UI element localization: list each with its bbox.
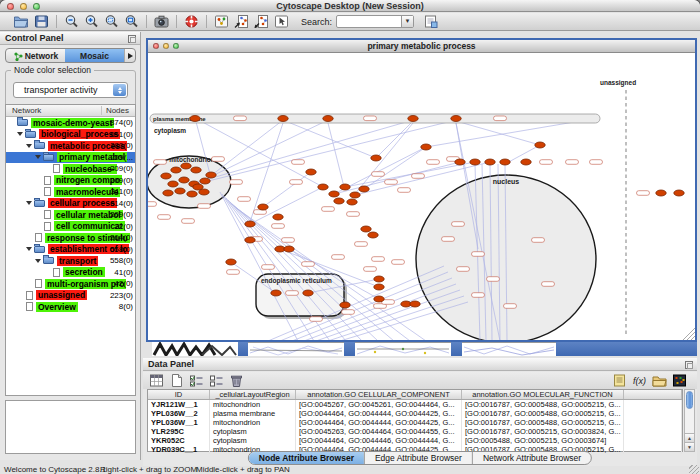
tree-item-overview[interactable]: Overview8(0) <box>6 301 135 313</box>
tree-item-transport[interactable]: transport558(0) <box>6 255 135 267</box>
network-node[interactable] <box>163 190 173 196</box>
tab-network-attribute-browser[interactable]: Network Attribute Browser <box>473 452 591 464</box>
table-row[interactable]: YJR121W__1mitochondrion[GO:0045267, GO:0… <box>148 400 682 409</box>
network-node[interactable] <box>485 159 495 165</box>
tab-node-attribute-browser[interactable]: Node Attribute Browser <box>249 452 365 464</box>
expand-arrow-icon[interactable] <box>35 259 41 263</box>
network-node[interactable] <box>374 296 384 302</box>
network-node[interactable] <box>245 221 255 227</box>
background-window-edge[interactable] <box>238 342 248 356</box>
tree-item-macromolecule[interactable]: macromolecule311(0) <box>6 186 135 198</box>
zoom-fit-icon[interactable] <box>123 14 140 29</box>
tab-mosaic[interactable]: Mosaic <box>65 49 124 62</box>
table-cell[interactable]: [GO:0044464, GO:0044444, GO:0044425, G..… <box>296 409 462 418</box>
select-attributes-icon[interactable] <box>188 373 205 388</box>
column-header--cellularlayoutregion[interactable]: _cellularLayoutRegion <box>210 390 296 399</box>
table-cell[interactable]: [GO:0005488, GO:0005215, GO:0003674] <box>462 436 624 445</box>
network-node[interactable] <box>306 169 316 175</box>
zoom-in-icon[interactable] <box>83 14 100 29</box>
table-cell[interactable]: [GO:0016787, GO:0005488, GO:0005215, G..… <box>462 400 624 409</box>
network-node[interactable] <box>329 191 339 197</box>
expand-arrow-icon[interactable] <box>26 247 32 251</box>
background-window-titlebar[interactable] <box>556 342 697 356</box>
float-panel-icon[interactable] <box>685 361 693 369</box>
network-node[interactable] <box>334 198 344 204</box>
network-node[interactable] <box>179 177 189 183</box>
tree-item-biological-process[interactable]: biological_process651(0) <box>6 129 135 141</box>
table-cell[interactable] <box>624 445 682 454</box>
delete-attribute-icon[interactable] <box>228 373 245 388</box>
table-cell[interactable] <box>624 427 682 436</box>
table-cell[interactable] <box>624 400 682 409</box>
network-node[interactable] <box>245 237 255 243</box>
function-builder-icon[interactable]: f(x) <box>631 373 648 388</box>
network-node[interactable] <box>656 190 666 196</box>
table-cell[interactable]: [GO:0044464, GO:0044444, GO:0044425, G..… <box>296 418 462 427</box>
tree-item-cell-communicat[interactable]: cell communicat22(0) <box>6 221 135 233</box>
table-cell[interactable]: YDR039C__1 <box>148 445 210 454</box>
network-node[interactable] <box>271 290 281 296</box>
table-cell[interactable]: [GO:0044464, GO:0044446, GO:0044444, G..… <box>296 436 462 445</box>
zoom-out-icon[interactable] <box>63 14 80 29</box>
network-node[interactable] <box>187 191 197 197</box>
network-node[interactable] <box>318 184 328 190</box>
table-scrollbar[interactable]: ▲ ▼ <box>684 389 695 452</box>
attribute-report-icon[interactable] <box>611 373 628 388</box>
tree-item-multi-organism-pro[interactable]: multi-organism pro42(0) <box>6 278 135 290</box>
select-mode-icon[interactable] <box>273 14 290 29</box>
network-node[interactable] <box>190 116 200 122</box>
tree-item-nitrogen-compo[interactable]: nitrogen compo209(0) <box>6 175 135 187</box>
open-icon[interactable] <box>13 14 30 29</box>
tree-item-primary-metabol[interactable]: primary metabol209(... <box>6 152 135 164</box>
network-node[interactable] <box>200 178 210 184</box>
expand-arrow-icon[interactable] <box>26 144 32 148</box>
network-node[interactable] <box>455 159 465 165</box>
network-node[interactable] <box>470 159 480 165</box>
table-cell[interactable]: plasma membrane <box>210 409 296 418</box>
unselect-attributes-icon[interactable] <box>208 373 225 388</box>
table-cell[interactable] <box>624 418 682 427</box>
view-zoom-button[interactable] <box>173 43 179 49</box>
table-cell[interactable]: cytoplasm <box>210 427 296 436</box>
table-cell[interactable]: [GO:0016787, GO:0005488, GO:0005215, G..… <box>462 418 624 427</box>
scroll-up-icon[interactable]: ▲ <box>685 433 694 442</box>
network-node[interactable] <box>323 116 333 122</box>
tree-column-nodes[interactable]: Nodes <box>101 106 129 115</box>
zoom-selected-icon[interactable] <box>103 14 120 29</box>
tab-edge-attribute-browser[interactable]: Edge Attribute Browser <box>365 452 473 464</box>
export-network-icon[interactable] <box>253 14 270 29</box>
tree-item-metabolic-process[interactable]: metabolic process280(0) <box>6 140 135 152</box>
search-input[interactable] <box>339 16 400 27</box>
network-node[interactable] <box>451 116 461 122</box>
tabs-overflow-arrow-icon[interactable] <box>124 49 135 62</box>
table-row[interactable]: YPL036W__2plasma membrane[GO:0044464, GO… <box>148 409 682 418</box>
network-node[interactable] <box>350 192 360 198</box>
network-node[interactable] <box>284 246 294 252</box>
column-header-empty[interactable] <box>624 390 682 399</box>
tree-item-cellular-metabol[interactable]: cellular metabol209(0) <box>6 209 135 221</box>
network-node[interactable] <box>410 301 420 307</box>
tree-item-unassigned[interactable]: unassigned223(0) <box>6 290 135 302</box>
tree-item-establishment-of-lo[interactable]: establishment of lo558(0) <box>6 244 135 256</box>
network-canvas[interactable]: plasma membranecytoplasmunassignedmitoch… <box>148 54 695 340</box>
column-header-annotation-go-cellular-component[interactable]: annotation.GO CELLULAR_COMPONENT <box>296 390 462 399</box>
float-panel-icon[interactable] <box>128 35 136 43</box>
select-all-icon[interactable] <box>148 373 165 388</box>
network-view-titlebar[interactable]: primary metabolic process <box>148 40 695 53</box>
expand-arrow-icon[interactable] <box>17 132 23 136</box>
network-node[interactable] <box>226 259 236 265</box>
network-node[interactable] <box>374 284 384 290</box>
network-node[interactable] <box>206 172 216 178</box>
search-dropdown-arrow[interactable]: ▼ <box>401 16 413 27</box>
save-icon[interactable] <box>33 14 50 29</box>
column-header-id[interactable]: ID <box>148 390 210 399</box>
network-node[interactable] <box>674 190 684 196</box>
network-node[interactable] <box>368 232 378 238</box>
network-node[interactable] <box>258 204 268 210</box>
table-cell[interactable]: mitochondrion <box>210 400 296 409</box>
annotation-icon[interactable] <box>422 14 439 29</box>
background-window-thumbnail[interactable] <box>248 342 344 356</box>
help-icon[interactable] <box>183 14 200 29</box>
snapshot-icon[interactable] <box>153 14 170 29</box>
resize-grip[interactable] <box>689 465 699 474</box>
